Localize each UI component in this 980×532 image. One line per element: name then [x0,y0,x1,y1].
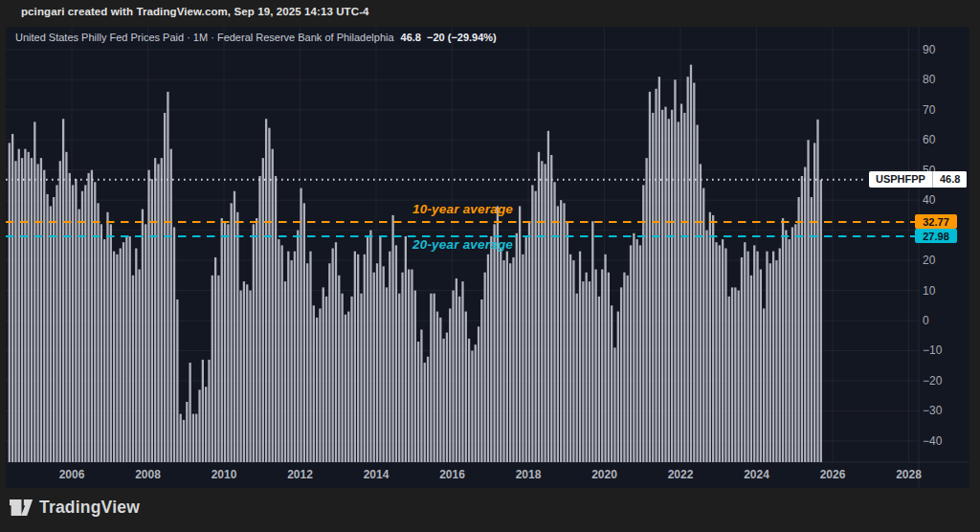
time-axis-label: 2018 [507,468,549,481]
histogram-bar [594,270,596,462]
histogram-bar [145,224,146,462]
histogram-bar [239,291,241,462]
histogram-bar [604,255,606,462]
price-axis-label: −10 [923,344,965,357]
price-chart[interactable] [6,27,969,488]
histogram-bar [544,164,546,462]
histogram-bar [452,291,454,462]
histogram-bar [586,273,588,462]
histogram-bar [547,131,549,462]
histogram-bar [535,191,537,462]
histogram-bar [611,305,612,462]
histogram-bar [522,255,523,462]
histogram-bar [265,119,267,462]
histogram-bar [401,273,403,462]
histogram-bar [678,122,679,462]
histogram-bar [627,276,629,462]
histogram-bar [712,215,714,462]
histogram-bar [391,215,393,462]
histogram-bar [319,308,321,462]
histogram-bar [664,107,666,462]
histogram-bar [608,273,610,462]
tradingview-logo-icon[interactable] [10,498,33,518]
histogram-bar [579,252,581,462]
histogram-bar [97,203,99,462]
histogram-bar [389,252,390,462]
histogram-bar [398,294,400,462]
histogram-bar [202,360,204,462]
histogram-bar [516,233,518,462]
time-axis-label: 2014 [355,468,397,481]
last-price-value: 46.8 [933,171,967,188]
avg-20yr-label: 20-year average [412,237,513,252]
histogram-bar [789,239,791,462]
histogram-bar [601,270,603,462]
histogram-bar [287,252,289,462]
histogram-bar [50,206,52,462]
histogram-bar [512,257,514,462]
histogram-bar [227,224,229,462]
histogram-bar [487,255,489,462]
histogram-bar [671,110,673,462]
histogram-bar [715,242,717,462]
price-axis-label: 20 [923,254,965,267]
histogram-bar [161,158,163,462]
histogram-bar [325,297,327,462]
histogram-bar [113,252,115,462]
histogram-bar [446,333,448,462]
histogram-bar [598,297,600,462]
histogram-bar [439,318,441,462]
histogram-bar [696,125,698,462]
histogram-bar [142,210,144,462]
histogram-bar [72,185,74,462]
histogram-bar [24,149,26,462]
histogram-bar [328,263,330,462]
histogram-bar [231,203,233,462]
histogram-bar [186,402,188,462]
histogram-bar [278,239,279,462]
histogram-bar [652,113,654,462]
histogram-bar [434,294,435,462]
histogram-bar [680,103,682,462]
histogram-bar [338,276,340,462]
tradingview-brand-text[interactable]: TradingView [39,498,140,518]
histogram-bar [753,245,755,462]
histogram-bar [658,77,660,462]
price-axis-label: 70 [923,103,965,117]
legend-change: −20 (−29.94%) [427,32,497,43]
histogram-bar [623,273,625,462]
histogram-bar [14,161,16,462]
histogram-bar [769,263,771,462]
histogram-bar [335,242,337,462]
histogram-bar [724,249,726,463]
histogram-bar [633,233,635,462]
histogram-bar [122,242,124,462]
histogram-bar [709,212,711,462]
histogram-bar [525,236,527,462]
histogram-bar [569,255,571,462]
histogram-bar [164,113,166,462]
histogram-bar [478,326,479,462]
tradingview-snapshot: pcingari created with TradingView.com, S… [0,0,980,532]
histogram-bar [297,231,299,462]
histogram-bar [36,164,38,462]
histogram-bar [766,252,768,462]
avg-20yr-axis-value: 27.98 [915,229,957,243]
histogram-bar [341,294,343,462]
histogram-bar [208,360,210,462]
avg-10yr-axis-value: 32.77 [915,214,957,229]
histogram-bar [376,263,378,462]
histogram-bar [180,414,182,462]
histogram-bar [620,287,622,462]
histogram-bar [801,176,803,462]
time-axis-label: 2028 [888,468,930,481]
histogram-bar [78,210,80,462]
histogram-bar [794,224,796,462]
histogram-bar [275,176,277,462]
time-axis-label: 2006 [51,468,93,481]
histogram-bar [722,239,724,462]
histogram-bar [772,252,774,462]
histogram-bar [661,110,663,462]
chart-legend[interactable]: United States Philly Fed Prices Paid · 1… [15,32,497,45]
histogram-bar [436,312,438,462]
